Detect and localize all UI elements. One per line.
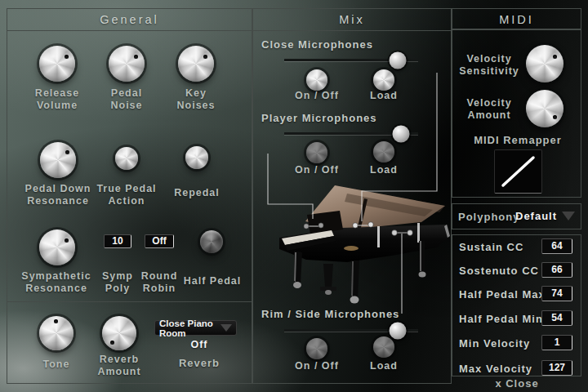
reverb-type-dropdown[interactable]: Close Piano Room: [154, 320, 237, 336]
reverb-amount-label: ReverbAmount: [95, 354, 144, 378]
max-velocity-value[interactable]: 127: [541, 360, 572, 376]
mix-panel-title: Mix: [253, 9, 451, 31]
remapper-linear-curve: [495, 150, 541, 193]
half-pedal-min-value[interactable]: 54: [541, 310, 572, 326]
plugin-window: General ReleaseVolume PedalNoise KeyNois…: [0, 0, 588, 392]
pedal-noise-knob[interactable]: [109, 46, 145, 82]
half-pedal-max-value[interactable]: 74: [541, 286, 572, 301]
key-noises-knob[interactable]: [178, 46, 214, 82]
rim-mics-slider[interactable]: [284, 329, 418, 332]
midi-cc-box: [452, 234, 581, 376]
max-velocity-label: Max Velocity: [459, 363, 532, 375]
polyphony-label: Polyphony: [458, 211, 519, 223]
tone-label: Tone: [32, 359, 81, 371]
dropdown-arrow-icon: [220, 324, 232, 332]
knob-indicator-dot: [65, 150, 69, 154]
knob-indicator-dot: [65, 55, 69, 59]
half-pedal-min-label: Half Pedal Min: [459, 313, 543, 325]
player-mics-onoff-knob[interactable]: [306, 142, 327, 163]
pedal-down-resonance-knob[interactable]: [40, 142, 76, 178]
velocity-amount-knob[interactable]: [526, 90, 564, 127]
general-panel-title: General: [7, 9, 252, 31]
rim-mics-load-knob[interactable]: [373, 336, 394, 358]
knob-indicator-dot: [203, 55, 207, 59]
player-mics-label: Player Microphones: [261, 112, 377, 124]
player-mics-load-label: Load: [366, 164, 402, 176]
half-pedal-knob[interactable]: [200, 230, 223, 253]
knob-indicator-dot: [54, 319, 58, 323]
knob-indicator-dot: [553, 115, 557, 119]
rim-mics-onoff-knob[interactable]: [306, 338, 327, 359]
knob-indicator-dot: [110, 341, 114, 345]
polyphony-value[interactable]: Default: [515, 210, 557, 222]
reverb-type-value: Close Piano Room: [159, 318, 220, 338]
symp-poly-value[interactable]: 10: [104, 234, 131, 248]
close-mics-slider[interactable]: [284, 59, 418, 61]
reverb-label: Reverb: [175, 357, 224, 369]
min-velocity-label: Min Velocity: [459, 337, 530, 350]
velocity-sensitivity-label: VelocitySensitivity: [454, 53, 524, 78]
repedal-label: Repedal: [163, 187, 230, 199]
piano-image: [270, 184, 461, 308]
close-mics-onoff-knob[interactable]: [306, 69, 327, 91]
half-pedal-label: Half Pedal: [173, 275, 252, 287]
sustain-cc-label: Sustain CC: [459, 241, 523, 253]
reverb-amount-knob[interactable]: [102, 316, 136, 350]
min-velocity-value[interactable]: 1: [541, 335, 572, 350]
sympathetic-resonance-knob[interactable]: [39, 229, 75, 265]
reverb-status[interactable]: Off: [175, 339, 224, 351]
close-mics-label: Close Microphones: [261, 38, 373, 51]
repedal-knob[interactable]: [185, 146, 208, 169]
rim-mics-slider-handle[interactable]: [390, 322, 407, 339]
midi-remapper-label: MIDI Remapper: [462, 134, 573, 146]
player-mics-load-knob[interactable]: [373, 141, 394, 163]
polyphony-dropdown-arrow-icon[interactable]: [562, 212, 575, 220]
velocity-amount-label: VelocityAmount: [454, 97, 524, 122]
half-pedal-max-label: Half Pedal Max: [459, 288, 546, 301]
close-button[interactable]: x Close: [484, 377, 550, 390]
general-panel-divider: [7, 301, 252, 302]
sostenuto-cc-value[interactable]: 66: [541, 262, 572, 278]
sustain-cc-value[interactable]: 64: [541, 238, 572, 254]
pedal-down-resonance-label: Pedal DownResonance: [16, 183, 100, 207]
player-mics-slider[interactable]: [284, 132, 418, 135]
rim-mics-label: Rim / Side Microphones: [261, 308, 399, 320]
release-volume-knob[interactable]: [39, 46, 75, 82]
knob-indicator-dot: [65, 238, 69, 243]
knob-indicator-dot: [134, 55, 138, 59]
close-mics-onoff-label: On / Off: [287, 90, 346, 102]
key-noises-label: KeyNoises: [162, 87, 230, 112]
midi-header: MIDI: [452, 8, 581, 29]
true-pedal-action-label: True PedalAction: [90, 183, 163, 207]
pedal-noise-label: PedalNoise: [92, 87, 161, 112]
knob-indicator-dot: [553, 55, 557, 59]
player-mics-onoff-label: On / Off: [287, 164, 346, 176]
sostenuto-cc-label: Sostenuto CC: [459, 265, 539, 277]
true-pedal-action-knob[interactable]: [115, 147, 138, 170]
midi-panel-title: MIDI: [452, 9, 581, 30]
close-mics-load-knob[interactable]: [373, 69, 394, 91]
round-robin-value[interactable]: Off: [145, 234, 174, 248]
rim-mics-load-label: Load: [366, 360, 402, 372]
sympathetic-resonance-label: SympatheticResonance: [10, 270, 103, 295]
midi-remapper-curve[interactable]: [494, 149, 542, 194]
tone-knob[interactable]: [39, 316, 74, 350]
close-mics-slider-handle[interactable]: [390, 51, 407, 69]
velocity-sensitivity-knob[interactable]: [526, 45, 564, 82]
release-volume-label: ReleaseVolume: [23, 87, 91, 112]
player-mics-slider-handle[interactable]: [392, 125, 409, 142]
rim-mics-onoff-label: On / Off: [287, 360, 346, 372]
close-mics-load-label: Load: [366, 90, 402, 102]
